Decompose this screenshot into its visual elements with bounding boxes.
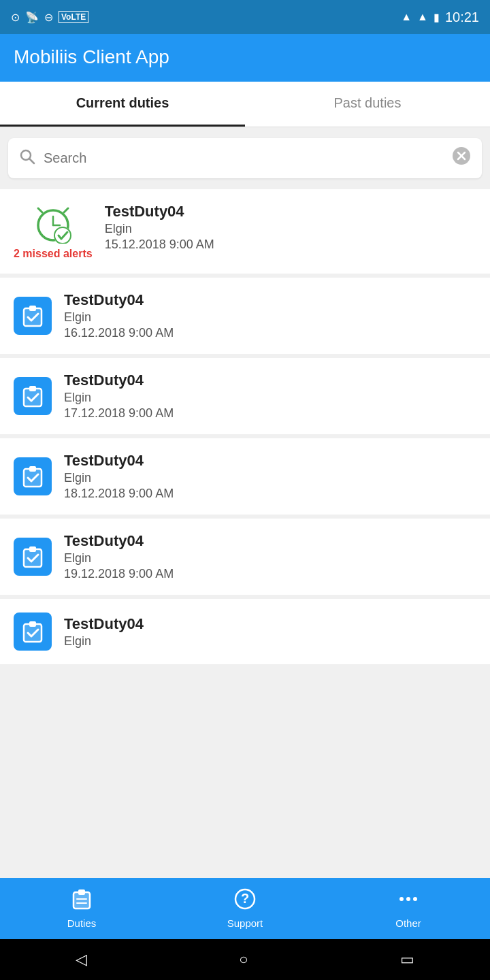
cast-icon: 📡 [25,11,39,24]
duty-info-3: TestDuty04 Elgin 18.12.2018 9:00 AM [64,452,174,501]
alert-duty-name: TestDuty04 [105,203,214,220]
clipboard-icon-3 [14,457,52,495]
search-bar [8,138,482,178]
support-label: Support [227,917,263,929]
duty-card-3[interactable]: TestDuty04 Elgin 18.12.2018 9:00 AM [0,438,490,514]
duty-location-5: Elgin [64,634,144,649]
alert-duty-card[interactable]: 2 missed alerts TestDuty04 Elgin 15.12.2… [0,189,490,274]
svg-point-34 [399,897,404,901]
svg-line-1 [29,159,34,163]
alert-duty-info: TestDuty04 Elgin 15.12.2018 9:00 AM [105,203,214,252]
duty-datetime-4: 19.12.2018 9:00 AM [64,567,174,581]
recents-button[interactable]: ▭ [400,951,414,968]
search-icon [19,148,35,169]
volte-icon: VoLTE [59,11,88,23]
duty-datetime-1: 16.12.2018 9:00 AM [64,326,174,340]
duty-info-4: TestDuty04 Elgin 19.12.2018 9:00 AM [64,532,174,581]
alarm-clock-icon [33,203,74,244]
missed-alerts-text: 2 missed alerts [14,248,93,260]
status-bar-right: ▲ ▲ ▮ 10:21 [401,10,479,25]
other-label: Other [395,917,421,929]
duty-name-5: TestDuty04 [64,615,144,633]
duty-location-3: Elgin [64,471,174,485]
duties-label: Duties [67,917,97,929]
signal-icon: ▲ [417,11,428,23]
svg-rect-20 [29,466,36,472]
svg-point-11 [54,227,71,244]
duty-location-1: Elgin [64,310,174,325]
tab-past-duties[interactable]: Past duties [245,82,490,127]
tabs-container: Current duties Past duties [0,82,490,127]
svg-rect-23 [29,546,36,552]
duty-info-2: TestDuty04 Elgin 17.12.2018 9:00 AM [64,372,174,421]
search-clear-icon[interactable] [452,146,471,170]
svg-line-6 [38,208,42,212]
dnd-icon: ⊖ [44,11,53,24]
status-bar: ⊙ 📡 ⊖ VoLTE ▲ ▲ ▮ 10:21 [0,0,490,34]
back-button[interactable]: ◁ [76,951,87,968]
duty-name-4: TestDuty04 [64,532,174,550]
nav-item-other[interactable]: Other [327,888,490,929]
duty-list: 2 missed alerts TestDuty04 Elgin 15.12.2… [0,189,490,878]
duty-info-5: TestDuty04 Elgin [64,615,144,649]
alert-duty-location: Elgin [105,222,214,236]
app-header: Mobiliis Client App [0,34,490,82]
svg-line-7 [64,208,68,212]
time-display: 10:21 [445,10,479,25]
svg-point-36 [413,897,417,901]
duty-name-2: TestDuty04 [64,372,174,389]
tab-current-duties[interactable]: Current duties [0,82,245,127]
android-nav-bar: ◁ ○ ▭ [0,939,490,980]
duty-name-3: TestDuty04 [64,452,174,470]
support-icon: ? [234,888,256,915]
wifi-icon: ▲ [401,11,412,23]
svg-point-35 [406,897,410,901]
duty-info-1: TestDuty04 Elgin 16.12.2018 9:00 AM [64,291,174,340]
status-bar-left: ⊙ 📡 ⊖ VoLTE [11,11,88,24]
duty-location-2: Elgin [64,391,174,405]
alert-duty-datetime: 15.12.2018 9:00 AM [105,238,214,252]
alert-icon-wrap: 2 missed alerts [14,203,93,260]
clipboard-icon-5 [14,612,52,651]
nav-item-support[interactable]: ? Support [163,888,327,929]
svg-rect-14 [29,306,36,311]
svg-text:?: ? [241,891,249,906]
svg-rect-17 [29,386,36,391]
duty-name-1: TestDuty04 [64,291,174,309]
clipboard-icon-1 [14,297,52,335]
duty-card-4[interactable]: TestDuty04 Elgin 19.12.2018 9:00 AM [0,519,490,595]
clipboard-icon-2 [14,377,52,415]
nav-item-duties[interactable]: Duties [0,888,163,929]
duty-card-5[interactable]: TestDuty04 Elgin [0,599,490,664]
duty-datetime-2: 17.12.2018 9:00 AM [64,406,174,421]
duty-datetime-3: 18.12.2018 9:00 AM [64,487,174,501]
svg-rect-29 [78,889,85,895]
other-icon [397,888,419,915]
home-button[interactable]: ○ [239,951,248,968]
search-container [0,127,490,189]
clipboard-icon-4 [14,538,52,576]
app-title: Mobiliis Client App [14,46,169,67]
battery-icon: ▮ [434,11,440,24]
duties-icon [71,888,93,915]
app-icon: ⊙ [11,11,20,24]
search-input[interactable] [44,150,444,166]
bottom-nav: Duties ? Support Other [0,878,490,939]
duty-location-4: Elgin [64,551,174,566]
duty-card-1[interactable]: TestDuty04 Elgin 16.12.2018 9:00 AM [0,278,490,354]
svg-rect-26 [29,621,36,627]
duty-card-2[interactable]: TestDuty04 Elgin 17.12.2018 9:00 AM [0,358,490,434]
